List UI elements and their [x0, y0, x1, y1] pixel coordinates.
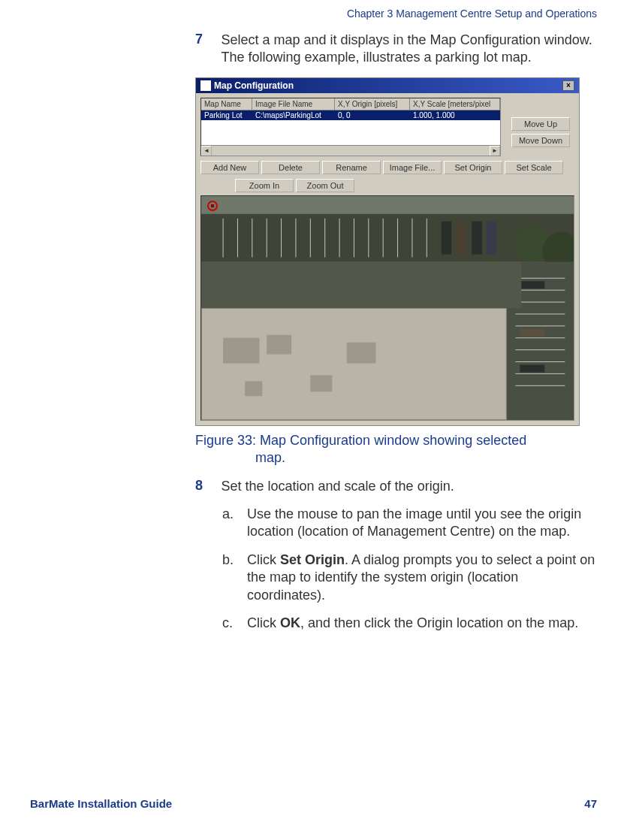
step-8-number: 8	[195, 478, 218, 494]
svg-rect-27	[267, 335, 291, 355]
window-title: Map Configuration	[214, 80, 294, 91]
svg-rect-42	[520, 281, 544, 289]
move-up-button[interactable]: Move Up	[511, 117, 570, 131]
step-7: 7 Select a map and it displays in the Ma…	[195, 32, 597, 67]
step-8: 8 Set the location and scale of the orig…	[195, 478, 597, 495]
substep-c: c. Click OK, and then click the Origin l…	[222, 615, 597, 632]
substep-a-text: Use the mouse to pan the image until you…	[247, 506, 596, 541]
header-origin[interactable]: X,Y Origin [pixels]	[335, 98, 410, 110]
svg-rect-19	[456, 222, 466, 255]
zoom-row: Zoom In Zoom Out	[235, 179, 574, 192]
step-7-text: Select a map and it displays in the Map …	[221, 32, 595, 67]
cell-image-file: C:\maps\ParkingLot	[252, 110, 335, 120]
cell-map-name: Parking Lot	[201, 110, 252, 120]
figure-caption-line1: Figure 33: Map Configuration window show…	[195, 433, 526, 448]
svg-rect-43	[520, 329, 544, 337]
figure-caption: Figure 33: Map Configuration window show…	[195, 432, 597, 467]
map-listbox[interactable]: Map Name Image File Name X,Y Origin [pix…	[200, 98, 501, 156]
substep-c-marker: c.	[222, 615, 243, 632]
svg-rect-18	[442, 222, 452, 255]
map-config-screenshot: Map Configuration × Move Up Move Down Ma…	[195, 77, 580, 426]
svg-rect-44	[520, 364, 544, 372]
move-down-button[interactable]: Move Down	[511, 134, 570, 147]
scroll-left-button[interactable]: ◄	[201, 146, 212, 156]
window-titlebar: Map Configuration ×	[196, 78, 579, 93]
image-file-button[interactable]: Image File...	[383, 161, 442, 174]
svg-rect-30	[245, 381, 262, 396]
chapter-header: Chapter 3 Management Centre Setup and Op…	[30, 8, 597, 20]
zoom-in-button[interactable]: Zoom In	[235, 179, 294, 192]
set-origin-button[interactable]: Set Origin	[444, 161, 502, 174]
rename-button[interactable]: Rename	[322, 161, 381, 174]
cell-origin: 0, 0	[335, 110, 410, 120]
origin-marker-icon	[207, 201, 218, 211]
window-icon	[200, 80, 211, 91]
svg-rect-45	[201, 261, 521, 308]
page-footer: BarMate Installation Guide 47	[30, 797, 597, 810]
aerial-map-image	[201, 196, 574, 420]
cell-scale: 1.000, 1.000	[410, 110, 500, 120]
svg-rect-24	[201, 308, 507, 420]
close-button[interactable]: ×	[562, 80, 574, 91]
step-8-text: Set the location and scale of the origin…	[221, 478, 595, 495]
figure-caption-line2: map.	[195, 449, 597, 467]
add-new-button[interactable]: Add New	[200, 161, 259, 174]
set-scale-button[interactable]: Set Scale	[505, 161, 563, 174]
svg-rect-21	[487, 222, 497, 255]
map-viewport[interactable]	[200, 195, 574, 421]
substep-a-marker: a.	[222, 506, 243, 523]
delete-button[interactable]: Delete	[261, 161, 320, 174]
zoom-out-button[interactable]: Zoom Out	[296, 179, 354, 192]
list-row-selected[interactable]: Parking Lot C:\maps\ParkingLot 0, 0 1.00…	[201, 110, 500, 120]
svg-rect-26	[223, 338, 259, 364]
header-map-name[interactable]: Map Name	[201, 98, 252, 110]
toolbar-row: Add New Delete Rename Image File... Set …	[200, 161, 574, 174]
page-number: 47	[584, 797, 597, 810]
list-headers: Map Name Image File Name X,Y Origin [pix…	[201, 98, 500, 110]
footer-title: BarMate Installation Guide	[30, 797, 172, 810]
substep-b-text: Click Set Origin. A dialog prompts you t…	[247, 551, 596, 604]
substep-c-text: Click OK, and then click the Origin loca…	[247, 615, 596, 632]
header-scale[interactable]: X,Y Scale [meters/pixel	[410, 98, 500, 110]
svg-rect-20	[472, 222, 482, 255]
substep-b-marker: b.	[222, 551, 243, 569]
scroll-right-button[interactable]: ►	[490, 146, 500, 156]
header-image-file[interactable]: Image File Name	[252, 98, 335, 110]
svg-rect-29	[310, 375, 332, 391]
substep-a: a. Use the mouse to pan the image until …	[222, 506, 597, 541]
svg-rect-1	[201, 196, 574, 214]
svg-rect-28	[347, 342, 376, 363]
substep-b: b. Click Set Origin. A dialog prompts yo…	[222, 551, 597, 604]
step-7-number: 7	[195, 32, 218, 47]
horizontal-scrollbar[interactable]: ◄ ►	[201, 145, 500, 156]
